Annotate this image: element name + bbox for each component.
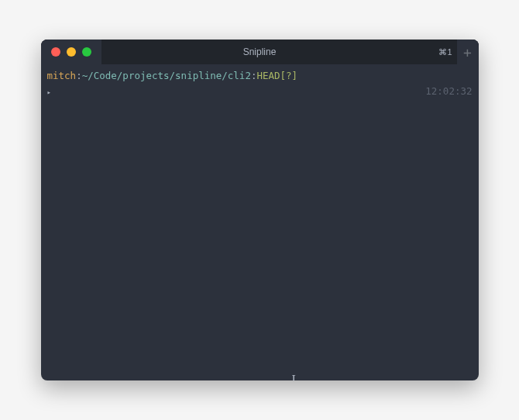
prompt-sep: : [76, 69, 82, 83]
maximize-icon[interactable] [82, 47, 91, 57]
window-title: Snipline [243, 46, 277, 57]
titlebar: Snipline ⌘1 + [41, 40, 479, 64]
prompt-line: mitch:~/Code/projects/snipline/cli2:HEAD… [47, 69, 473, 83]
new-tab-button[interactable]: + [457, 40, 479, 64]
prompt-user: mitch [47, 69, 77, 83]
prompt-symbol-icon: ▸ [47, 88, 51, 96]
input-line: ▸ 12:02:32 [47, 84, 473, 98]
close-icon[interactable] [51, 47, 60, 57]
terminal-body[interactable]: mitch:~/Code/projects/snipline/cli2:HEAD… [41, 64, 479, 380]
prompt-sep: : [251, 69, 257, 83]
titlebar-right: ⌘1 + [438, 40, 478, 64]
terminal-window: Snipline ⌘1 + mitch:~/Code/projects/snip… [41, 40, 479, 380]
prompt-git-ref: HEAD[?] [256, 69, 297, 83]
timestamp: 12:02:32 [425, 84, 472, 98]
traffic-lights [41, 40, 101, 64]
tab-shortcut-hint: ⌘1 [438, 47, 456, 57]
prompt-path: ~/Code/projects/snipline/cli2 [82, 69, 251, 83]
prompt-left: ▸ [47, 84, 56, 98]
text-cursor-icon: I [292, 370, 296, 380]
minimize-icon[interactable] [67, 47, 76, 57]
